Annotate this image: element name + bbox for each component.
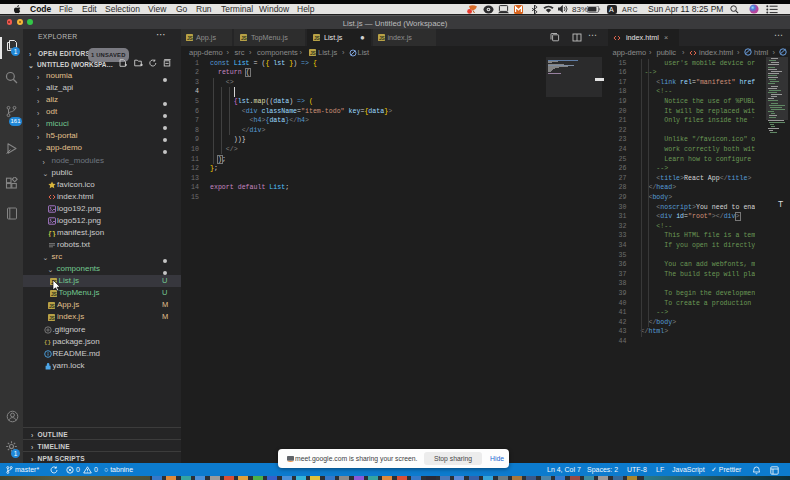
svg-text:JS: JS (49, 304, 55, 309)
svg-text:{}: {} (48, 231, 56, 237)
svg-text:JS: JS (49, 316, 55, 321)
svg-text:JS: JS (50, 292, 56, 297)
svg-text:{}: {} (44, 339, 51, 346)
svg-text:A: A (609, 6, 614, 13)
